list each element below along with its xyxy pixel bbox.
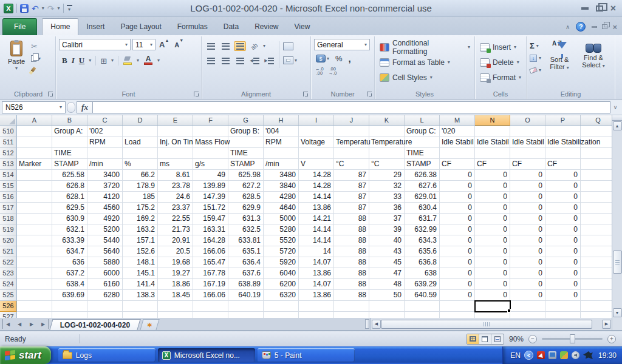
cell-O522[interactable]: 0 <box>510 257 545 268</box>
cell-E513[interactable]: ms <box>158 159 193 170</box>
row-header-513[interactable]: 513 <box>0 159 17 170</box>
zoom-slider-thumb[interactable] <box>570 334 575 343</box>
cell-E526[interactable] <box>158 301 193 312</box>
cell-F513[interactable]: g/s <box>193 159 228 170</box>
cell-E523[interactable]: 19.27 <box>158 268 193 279</box>
cell-C510[interactable]: '002 <box>87 126 123 137</box>
orientation-icon[interactable]: ab <box>248 41 261 51</box>
cell-E522[interactable]: 19.68 <box>158 257 193 268</box>
cell-G511[interactable] <box>228 137 264 148</box>
cell-M527[interactable] <box>440 312 475 318</box>
page-break-view-button[interactable] <box>491 334 504 344</box>
cell-E512[interactable] <box>158 148 193 159</box>
cell-L514[interactable]: 626.38 <box>405 170 440 181</box>
horizontal-scroll-track[interactable] <box>381 319 602 329</box>
cell-H512[interactable] <box>264 148 299 159</box>
cell-A521[interactable] <box>17 246 52 257</box>
cell-M510[interactable]: '020 <box>440 126 475 137</box>
decrease-decimal-icon[interactable]: .00→.0 <box>329 67 337 75</box>
cell-E518[interactable]: 22.55 <box>158 214 193 224</box>
cell-G525[interactable]: 640.19 <box>228 290 264 301</box>
cell-J518[interactable]: 88 <box>334 214 369 224</box>
cell-I522[interactable]: 14.07 <box>299 257 334 268</box>
align-right-icon[interactable] <box>234 56 246 66</box>
cell-K519[interactable]: 39 <box>369 224 405 235</box>
tab-formulas[interactable]: Formulas <box>169 19 216 35</box>
cell-J526[interactable] <box>334 301 369 312</box>
cell-O512[interactable] <box>510 148 545 159</box>
cell-G514[interactable]: 625.98 <box>228 170 264 181</box>
decrease-indent-icon[interactable]: ◀ <box>248 56 261 66</box>
cell-P517[interactable]: 0 <box>545 203 581 214</box>
align-left-icon[interactable] <box>205 56 217 66</box>
cell-P524[interactable]: 0 <box>545 279 581 290</box>
split-handle[interactable] <box>612 115 622 121</box>
cell-A526[interactable] <box>17 301 52 312</box>
cell-A512[interactable] <box>17 148 52 159</box>
cell-P512[interactable] <box>545 148 581 159</box>
cell-C514[interactable]: 3400 <box>87 170 123 181</box>
font-size-combo[interactable]: 11▾ <box>132 39 156 50</box>
dialog-launcher-icon[interactable] <box>303 92 308 96</box>
cell-Q516[interactable] <box>581 192 612 203</box>
cell-G512[interactable]: TIME <box>228 148 264 159</box>
cell-E515[interactable]: 23.78 <box>158 181 193 192</box>
italic-button[interactable]: I <box>72 56 75 66</box>
column-header-L[interactable]: L <box>405 115 440 126</box>
cell-K518[interactable]: 37 <box>369 214 405 224</box>
tab-insert[interactable]: Insert <box>78 19 112 35</box>
cell-J519[interactable]: 88 <box>334 224 369 235</box>
cell-C515[interactable]: 3720 <box>87 181 123 192</box>
cell-C523[interactable]: 6000 <box>87 268 123 279</box>
cell-K516[interactable]: 33 <box>369 192 405 203</box>
row-header-518[interactable]: 518 <box>0 214 17 224</box>
cell-O515[interactable]: 0 <box>510 181 545 192</box>
cell-B515[interactable]: 626.8 <box>52 181 87 192</box>
cell-F526[interactable] <box>193 301 228 312</box>
cell-N521[interactable]: 0 <box>475 246 510 257</box>
cell-K520[interactable]: 40 <box>369 235 405 246</box>
cell-Q518[interactable] <box>581 214 612 224</box>
column-header-K[interactable]: K <box>369 115 405 126</box>
row-header-525[interactable]: 525 <box>0 290 17 301</box>
cell-styles-button[interactable]: Cell Styles▾ <box>378 71 472 84</box>
cell-M514[interactable]: 0 <box>440 170 475 181</box>
cell-O513[interactable]: CF <box>510 159 545 170</box>
cell-M518[interactable]: 0 <box>440 214 475 224</box>
taskbar-clock[interactable]: 19:30 <box>598 351 617 360</box>
cell-I524[interactable]: 14.07 <box>299 279 334 290</box>
cell-I516[interactable]: 14.14 <box>299 192 334 203</box>
cell-J516[interactable]: 87 <box>334 192 369 203</box>
cell-O510[interactable] <box>510 126 545 137</box>
cell-A520[interactable] <box>17 235 52 246</box>
cell-C521[interactable]: 5640 <box>87 246 123 257</box>
cell-E511[interactable]: Inj. On Tin <box>158 137 193 148</box>
cell-N526[interactable] <box>475 301 510 312</box>
cell-D511[interactable]: Load <box>123 137 158 148</box>
cell-F523[interactable]: 167.78 <box>193 268 228 279</box>
cell-Q527[interactable] <box>581 312 612 318</box>
cell-G522[interactable]: 636.4 <box>228 257 264 268</box>
cell-H525[interactable]: 6320 <box>264 290 299 301</box>
cell-A524[interactable] <box>17 279 52 290</box>
cell-I525[interactable]: 13.86 <box>299 290 334 301</box>
column-header-I[interactable]: I <box>299 115 334 126</box>
cell-H522[interactable]: 5920 <box>264 257 299 268</box>
cell-A516[interactable] <box>17 192 52 203</box>
insert-function-button[interactable]: fx <box>77 101 92 113</box>
cell-L515[interactable]: 627.6 <box>405 181 440 192</box>
cell-Q514[interactable] <box>581 170 612 181</box>
cell-B510[interactable]: Group A: <box>52 126 87 137</box>
cell-I520[interactable]: 14.14 <box>299 235 334 246</box>
adobe-reader-icon[interactable] <box>537 351 545 359</box>
cell-D523[interactable]: 145.1 <box>123 268 158 279</box>
row-header-516[interactable]: 516 <box>0 192 17 203</box>
cell-Q526[interactable] <box>581 301 612 312</box>
chevron-down-icon[interactable]: ▾ <box>137 58 139 63</box>
align-middle-icon[interactable] <box>219 41 231 51</box>
volume-icon[interactable] <box>572 351 579 359</box>
cell-K523[interactable]: 47 <box>369 268 405 279</box>
cell-A525[interactable] <box>17 290 52 301</box>
cell-L526[interactable] <box>405 301 440 312</box>
cell-D525[interactable]: 138.3 <box>123 290 158 301</box>
